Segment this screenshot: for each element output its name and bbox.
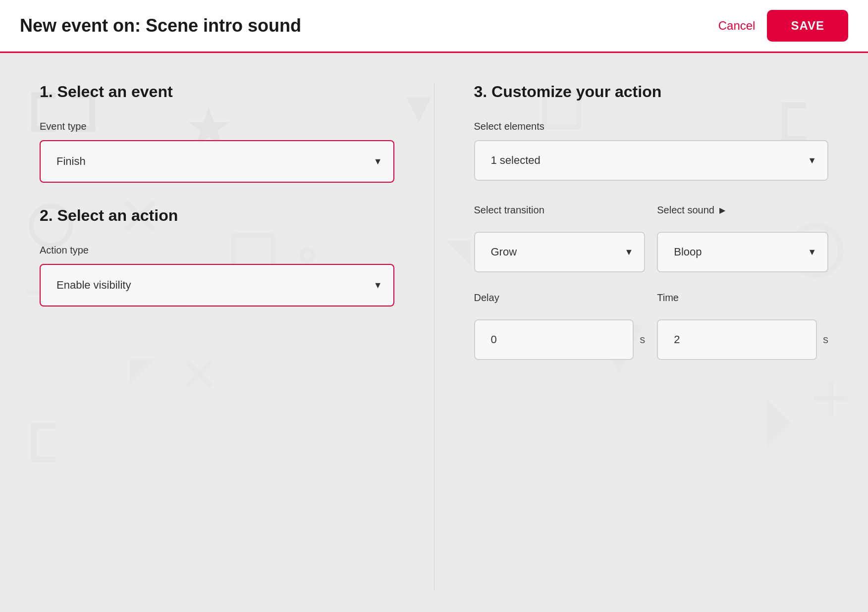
header: New event on: Scene intro sound Cancel S…: [0, 0, 868, 53]
sound-value: Bloop: [674, 246, 702, 258]
event-type-value: Finish: [56, 155, 86, 168]
transition-value: Grow: [491, 246, 517, 258]
customize-action-title: 3. Customize your action: [474, 83, 829, 101]
select-elements-label: Select elements: [474, 121, 829, 132]
event-type-select[interactable]: Finish: [40, 140, 394, 183]
save-button[interactable]: SAVE: [767, 10, 848, 42]
header-actions: Cancel SAVE: [718, 10, 848, 42]
right-panel: 3. Customize your action Select elements…: [434, 83, 829, 591]
action-type-label: Action type: [40, 245, 394, 256]
main-content: 1. Select an event Event type Finish ▼ 2…: [0, 53, 868, 612]
action-type-value: Enable visibility: [56, 279, 131, 292]
cancel-button[interactable]: Cancel: [718, 19, 756, 33]
delay-input[interactable]: [474, 319, 634, 360]
select-elements-section: Select elements 1 selected ▼: [474, 121, 829, 181]
event-type-label: Event type: [40, 121, 394, 132]
select-elements-wrapper[interactable]: 1 selected ▼: [474, 140, 829, 181]
action-type-select-wrapper[interactable]: Enable visibility ▼: [40, 264, 394, 306]
event-type-select-wrapper[interactable]: Finish ▼: [40, 140, 394, 183]
select-transition-label: Select transition: [474, 204, 646, 216]
delay-label: Delay: [474, 292, 646, 304]
page-title: New event on: Scene intro sound: [20, 15, 301, 36]
content-area: 1. Select an event Event type Finish ▼ 2…: [0, 53, 868, 612]
delay-suffix: s: [640, 333, 645, 346]
delay-input-container: s: [474, 319, 646, 360]
time-input-container: s: [657, 319, 828, 360]
select-event-title: 1. Select an event: [40, 83, 394, 101]
time-suffix: s: [823, 333, 828, 346]
time-label: Time: [657, 292, 828, 304]
sound-select[interactable]: Bloop: [657, 232, 828, 272]
time-input[interactable]: [657, 319, 817, 360]
select-elements-value: 1 selected: [491, 154, 541, 167]
transition-select-wrapper[interactable]: Grow ▼: [474, 232, 646, 272]
select-elements-select[interactable]: 1 selected: [474, 140, 829, 181]
play-icon[interactable]: ▶: [719, 205, 725, 215]
action-type-select[interactable]: Enable visibility: [40, 264, 394, 306]
select-sound-label-container: Select sound ▶: [657, 204, 828, 224]
sound-select-wrapper[interactable]: Bloop ▼: [657, 232, 828, 272]
select-action-title: 2. Select an action: [40, 206, 394, 225]
left-panel: 1. Select an event Event type Finish ▼ 2…: [40, 83, 434, 591]
transition-select[interactable]: Grow: [474, 232, 646, 272]
select-sound-label: Select sound ▶: [657, 204, 725, 216]
